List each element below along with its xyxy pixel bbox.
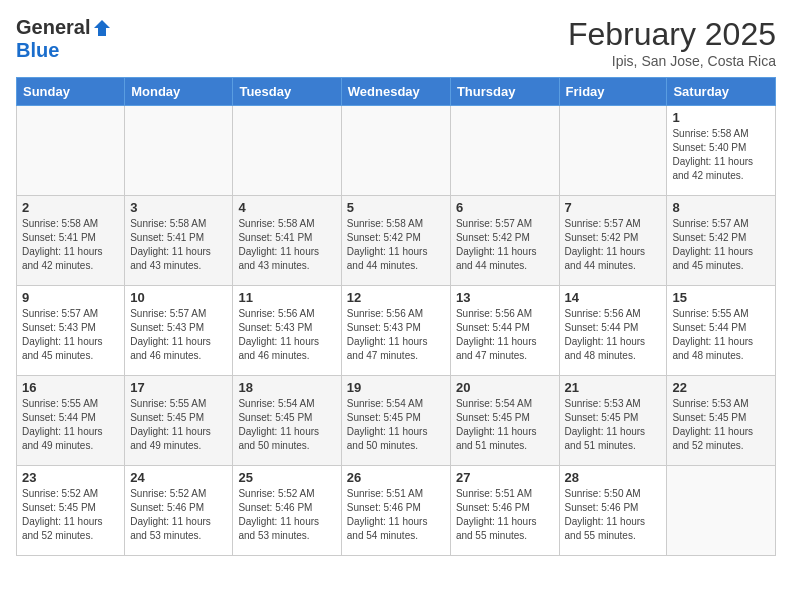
calendar-cell: 22Sunrise: 5:53 AM Sunset: 5:45 PM Dayli… — [667, 376, 776, 466]
day-number: 15 — [672, 290, 770, 305]
calendar-week-row: 23Sunrise: 5:52 AM Sunset: 5:45 PM Dayli… — [17, 466, 776, 556]
calendar-cell: 13Sunrise: 5:56 AM Sunset: 5:44 PM Dayli… — [450, 286, 559, 376]
calendar-cell: 28Sunrise: 5:50 AM Sunset: 5:46 PM Dayli… — [559, 466, 667, 556]
day-number: 13 — [456, 290, 554, 305]
calendar-cell: 12Sunrise: 5:56 AM Sunset: 5:43 PM Dayli… — [341, 286, 450, 376]
day-info: Sunrise: 5:57 AM Sunset: 5:43 PM Dayligh… — [130, 307, 227, 363]
day-number: 4 — [238, 200, 335, 215]
day-info: Sunrise: 5:57 AM Sunset: 5:42 PM Dayligh… — [565, 217, 662, 273]
day-number: 6 — [456, 200, 554, 215]
day-info: Sunrise: 5:58 AM Sunset: 5:41 PM Dayligh… — [130, 217, 227, 273]
day-number: 22 — [672, 380, 770, 395]
day-info: Sunrise: 5:56 AM Sunset: 5:44 PM Dayligh… — [565, 307, 662, 363]
day-info: Sunrise: 5:52 AM Sunset: 5:46 PM Dayligh… — [130, 487, 227, 543]
calendar-cell: 10Sunrise: 5:57 AM Sunset: 5:43 PM Dayli… — [125, 286, 233, 376]
day-info: Sunrise: 5:56 AM Sunset: 5:43 PM Dayligh… — [238, 307, 335, 363]
day-number: 17 — [130, 380, 227, 395]
calendar-cell — [341, 106, 450, 196]
calendar-week-row: 2Sunrise: 5:58 AM Sunset: 5:41 PM Daylig… — [17, 196, 776, 286]
day-number: 20 — [456, 380, 554, 395]
day-info: Sunrise: 5:58 AM Sunset: 5:41 PM Dayligh… — [238, 217, 335, 273]
day-number: 1 — [672, 110, 770, 125]
day-number: 5 — [347, 200, 445, 215]
day-number: 3 — [130, 200, 227, 215]
calendar-cell: 21Sunrise: 5:53 AM Sunset: 5:45 PM Dayli… — [559, 376, 667, 466]
calendar-cell: 2Sunrise: 5:58 AM Sunset: 5:41 PM Daylig… — [17, 196, 125, 286]
calendar-cell: 9Sunrise: 5:57 AM Sunset: 5:43 PM Daylig… — [17, 286, 125, 376]
day-number: 28 — [565, 470, 662, 485]
calendar-cell — [559, 106, 667, 196]
day-info: Sunrise: 5:58 AM Sunset: 5:42 PM Dayligh… — [347, 217, 445, 273]
day-info: Sunrise: 5:54 AM Sunset: 5:45 PM Dayligh… — [456, 397, 554, 453]
calendar-cell: 20Sunrise: 5:54 AM Sunset: 5:45 PM Dayli… — [450, 376, 559, 466]
title-section: February 2025 Ipis, San Jose, Costa Rica — [568, 16, 776, 69]
calendar-cell: 4Sunrise: 5:58 AM Sunset: 5:41 PM Daylig… — [233, 196, 341, 286]
day-header-saturday: Saturday — [667, 78, 776, 106]
calendar-week-row: 9Sunrise: 5:57 AM Sunset: 5:43 PM Daylig… — [17, 286, 776, 376]
location-subtitle: Ipis, San Jose, Costa Rica — [568, 53, 776, 69]
calendar-cell: 11Sunrise: 5:56 AM Sunset: 5:43 PM Dayli… — [233, 286, 341, 376]
calendar-cell: 25Sunrise: 5:52 AM Sunset: 5:46 PM Dayli… — [233, 466, 341, 556]
day-header-sunday: Sunday — [17, 78, 125, 106]
day-info: Sunrise: 5:52 AM Sunset: 5:46 PM Dayligh… — [238, 487, 335, 543]
day-number: 25 — [238, 470, 335, 485]
logo-general-text: General — [16, 16, 90, 39]
day-number: 2 — [22, 200, 119, 215]
calendar-cell: 17Sunrise: 5:55 AM Sunset: 5:45 PM Dayli… — [125, 376, 233, 466]
day-header-tuesday: Tuesday — [233, 78, 341, 106]
day-number: 7 — [565, 200, 662, 215]
day-number: 14 — [565, 290, 662, 305]
calendar-cell: 24Sunrise: 5:52 AM Sunset: 5:46 PM Dayli… — [125, 466, 233, 556]
day-info: Sunrise: 5:54 AM Sunset: 5:45 PM Dayligh… — [347, 397, 445, 453]
day-number: 18 — [238, 380, 335, 395]
calendar-cell: 18Sunrise: 5:54 AM Sunset: 5:45 PM Dayli… — [233, 376, 341, 466]
calendar-cell: 16Sunrise: 5:55 AM Sunset: 5:44 PM Dayli… — [17, 376, 125, 466]
day-info: Sunrise: 5:54 AM Sunset: 5:45 PM Dayligh… — [238, 397, 335, 453]
day-info: Sunrise: 5:52 AM Sunset: 5:45 PM Dayligh… — [22, 487, 119, 543]
calendar-week-row: 1Sunrise: 5:58 AM Sunset: 5:40 PM Daylig… — [17, 106, 776, 196]
day-info: Sunrise: 5:57 AM Sunset: 5:42 PM Dayligh… — [456, 217, 554, 273]
day-info: Sunrise: 5:55 AM Sunset: 5:44 PM Dayligh… — [22, 397, 119, 453]
calendar-cell: 26Sunrise: 5:51 AM Sunset: 5:46 PM Dayli… — [341, 466, 450, 556]
calendar-cell: 27Sunrise: 5:51 AM Sunset: 5:46 PM Dayli… — [450, 466, 559, 556]
day-number: 26 — [347, 470, 445, 485]
day-number: 16 — [22, 380, 119, 395]
calendar-cell — [233, 106, 341, 196]
day-info: Sunrise: 5:53 AM Sunset: 5:45 PM Dayligh… — [672, 397, 770, 453]
day-number: 23 — [22, 470, 119, 485]
day-info: Sunrise: 5:50 AM Sunset: 5:46 PM Dayligh… — [565, 487, 662, 543]
calendar-cell: 3Sunrise: 5:58 AM Sunset: 5:41 PM Daylig… — [125, 196, 233, 286]
day-info: Sunrise: 5:57 AM Sunset: 5:43 PM Dayligh… — [22, 307, 119, 363]
day-info: Sunrise: 5:57 AM Sunset: 5:42 PM Dayligh… — [672, 217, 770, 273]
day-info: Sunrise: 5:56 AM Sunset: 5:44 PM Dayligh… — [456, 307, 554, 363]
day-header-wednesday: Wednesday — [341, 78, 450, 106]
calendar-cell: 7Sunrise: 5:57 AM Sunset: 5:42 PM Daylig… — [559, 196, 667, 286]
day-number: 11 — [238, 290, 335, 305]
logo-icon — [92, 18, 112, 38]
page-header: General Blue February 2025 Ipis, San Jos… — [16, 16, 776, 69]
calendar-cell: 14Sunrise: 5:56 AM Sunset: 5:44 PM Dayli… — [559, 286, 667, 376]
calendar-table: SundayMondayTuesdayWednesdayThursdayFrid… — [16, 77, 776, 556]
calendar-cell: 6Sunrise: 5:57 AM Sunset: 5:42 PM Daylig… — [450, 196, 559, 286]
day-header-friday: Friday — [559, 78, 667, 106]
calendar-cell: 5Sunrise: 5:58 AM Sunset: 5:42 PM Daylig… — [341, 196, 450, 286]
calendar-cell: 1Sunrise: 5:58 AM Sunset: 5:40 PM Daylig… — [667, 106, 776, 196]
calendar-cell — [125, 106, 233, 196]
day-number: 27 — [456, 470, 554, 485]
day-header-monday: Monday — [125, 78, 233, 106]
day-number: 8 — [672, 200, 770, 215]
day-number: 19 — [347, 380, 445, 395]
calendar-cell — [667, 466, 776, 556]
day-info: Sunrise: 5:58 AM Sunset: 5:40 PM Dayligh… — [672, 127, 770, 183]
calendar-week-row: 16Sunrise: 5:55 AM Sunset: 5:44 PM Dayli… — [17, 376, 776, 466]
day-header-thursday: Thursday — [450, 78, 559, 106]
day-number: 9 — [22, 290, 119, 305]
svg-marker-0 — [94, 20, 110, 36]
day-info: Sunrise: 5:51 AM Sunset: 5:46 PM Dayligh… — [456, 487, 554, 543]
day-info: Sunrise: 5:56 AM Sunset: 5:43 PM Dayligh… — [347, 307, 445, 363]
calendar-cell: 8Sunrise: 5:57 AM Sunset: 5:42 PM Daylig… — [667, 196, 776, 286]
calendar-cell — [450, 106, 559, 196]
day-info: Sunrise: 5:55 AM Sunset: 5:45 PM Dayligh… — [130, 397, 227, 453]
day-info: Sunrise: 5:51 AM Sunset: 5:46 PM Dayligh… — [347, 487, 445, 543]
day-number: 10 — [130, 290, 227, 305]
